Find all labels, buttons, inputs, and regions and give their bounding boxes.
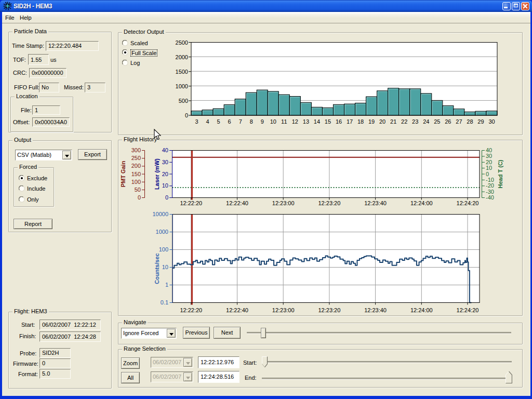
svg-text:19: 19	[368, 118, 375, 125]
svg-text:100: 100	[159, 246, 168, 252]
svg-text:-40: -40	[486, 194, 494, 201]
svg-text:4: 4	[206, 118, 209, 125]
svg-text:1500: 1500	[176, 69, 188, 75]
svg-text:29: 29	[477, 118, 484, 125]
svg-text:21: 21	[390, 118, 396, 125]
svg-text:28: 28	[467, 118, 473, 125]
svg-text:16: 16	[336, 118, 342, 125]
svg-text:12:23:00: 12:23:00	[272, 200, 295, 206]
svg-text:9: 9	[261, 118, 264, 125]
svg-text:30: 30	[488, 118, 495, 125]
svg-text:1: 1	[165, 282, 168, 288]
svg-text:24: 24	[423, 118, 429, 125]
svg-text:14: 14	[314, 118, 320, 125]
svg-text:500: 500	[179, 98, 188, 104]
svg-text:12:24:20: 12:24:20	[457, 307, 479, 313]
svg-text:12:23:40: 12:23:40	[364, 200, 387, 206]
svg-text:5: 5	[217, 118, 220, 125]
svg-text:18: 18	[357, 118, 364, 125]
svg-text:150: 150	[131, 171, 141, 177]
svg-text:40: 40	[486, 147, 492, 153]
svg-text:12:22:40: 12:22:40	[226, 200, 248, 206]
svg-text:12:24:00: 12:24:00	[410, 307, 433, 313]
svg-text:27: 27	[456, 118, 462, 125]
svg-text:20: 20	[486, 159, 492, 165]
svg-text:10: 10	[162, 182, 168, 189]
svg-text:12:23:20: 12:23:20	[318, 307, 340, 313]
svg-text:11: 11	[281, 118, 287, 125]
svg-text:-30: -30	[486, 189, 494, 195]
svg-text:25: 25	[434, 118, 440, 125]
svg-text:1000: 1000	[176, 83, 188, 89]
svg-text:10: 10	[270, 118, 276, 125]
svg-text:30: 30	[486, 153, 492, 159]
svg-text:7: 7	[239, 118, 242, 125]
svg-text:2500: 2500	[176, 39, 188, 46]
svg-text:12:23:20: 12:23:20	[318, 200, 340, 206]
svg-text:20: 20	[379, 118, 385, 125]
svg-text:2000: 2000	[176, 54, 188, 60]
svg-text:0: 0	[185, 112, 188, 118]
svg-text:0: 0	[165, 194, 168, 201]
svg-text:0: 0	[486, 171, 489, 177]
svg-text:0.1: 0.1	[161, 299, 168, 305]
svg-text:13: 13	[303, 118, 309, 125]
svg-text:12: 12	[292, 118, 298, 125]
svg-text:50: 50	[135, 187, 141, 193]
svg-text:200: 200	[131, 163, 141, 169]
svg-text:6: 6	[228, 118, 231, 125]
svg-text:20: 20	[162, 171, 168, 177]
svg-text:30: 30	[162, 159, 168, 165]
svg-text:1000: 1000	[156, 229, 168, 235]
svg-text:0: 0	[138, 194, 141, 201]
svg-text:250: 250	[131, 155, 141, 161]
svg-text:-10: -10	[486, 177, 494, 183]
svg-text:23: 23	[412, 118, 418, 125]
svg-text:Counts/sec: Counts/sec	[154, 253, 160, 284]
svg-text:12:22:20: 12:22:20	[180, 307, 202, 313]
svg-text:26: 26	[445, 118, 451, 125]
svg-text:PMT Gain: PMT Gain	[120, 161, 126, 187]
svg-text:12:23:40: 12:23:40	[364, 307, 387, 313]
svg-text:Head T (C): Head T (C)	[497, 159, 503, 188]
svg-text:Laser (mW): Laser (mW)	[154, 158, 160, 190]
svg-text:12:24:00: 12:24:00	[410, 200, 433, 206]
svg-text:10000: 10000	[152, 211, 168, 217]
svg-text:15: 15	[325, 118, 331, 125]
svg-text:3: 3	[195, 118, 198, 125]
svg-text:10: 10	[486, 165, 492, 171]
svg-text:8: 8	[250, 118, 253, 125]
svg-text:12:22:40: 12:22:40	[226, 307, 248, 313]
svg-text:10: 10	[162, 264, 168, 270]
svg-text:40: 40	[162, 147, 168, 153]
svg-text:-20: -20	[486, 182, 494, 189]
svg-text:12:24:20: 12:24:20	[457, 200, 479, 206]
svg-text:17: 17	[347, 118, 353, 125]
svg-text:12:23:00: 12:23:00	[272, 307, 295, 313]
svg-text:100: 100	[131, 179, 141, 185]
svg-text:12:22:20: 12:22:20	[180, 200, 202, 206]
svg-text:22: 22	[401, 118, 407, 125]
svg-text:300: 300	[131, 147, 141, 153]
